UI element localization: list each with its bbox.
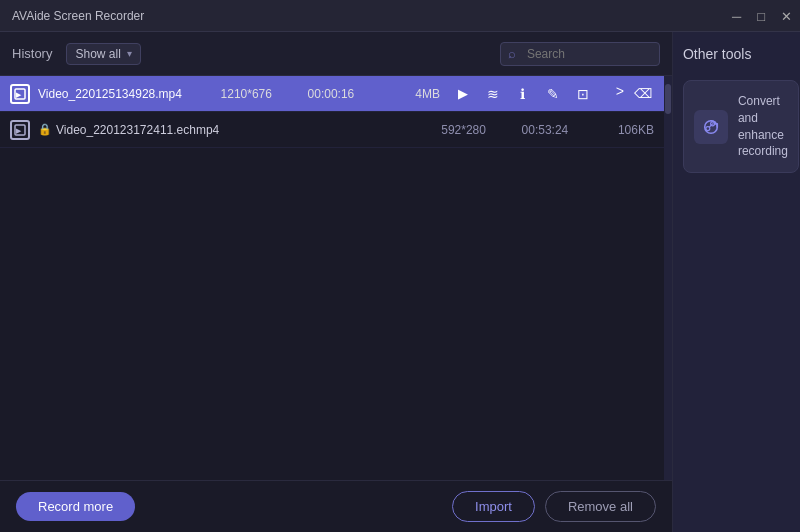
minimize-button[interactable]: ─ [732,9,741,22]
file-type-icon: ▶ [10,120,30,140]
right-panel: Other tools Convert and enhance recordin… [672,32,800,532]
edit-action-icon[interactable]: ✎ [542,83,564,105]
row-actions: ▶ ≋ ℹ ✎ ⊡ < ⌫ [452,83,654,105]
info-action-icon[interactable]: ℹ [512,83,534,105]
title-bar: AVAide Screen Recorder ─ □ ✕ [0,0,800,32]
file-duration: 00:00:16 [296,87,366,101]
table-row[interactable]: ▶ Video_220125134928.mp4 1210*676 00:00:… [0,76,664,112]
svg-text:▶: ▶ [16,127,22,134]
file-duration: 00:53:24 [510,123,580,137]
delete-action-icon[interactable]: ⌫ [632,83,654,105]
filter-dropdown[interactable]: Show all ▾ [66,43,140,65]
file-name: Video_220123172411.echmp4 [56,123,396,137]
scrollbar[interactable] [664,76,672,480]
app-title: AVAide Screen Recorder [12,9,144,23]
file-resolution: 1210*676 [202,87,272,101]
import-button[interactable]: Import [452,491,535,522]
file-list: ▶ Video_220125134928.mp4 1210*676 00:00:… [0,76,664,480]
left-panel: History Show all ▾ ⌕ ▶ Video_22012513492… [0,32,672,532]
file-meta: 1210*676 00:00:16 4MB [202,87,440,101]
table-row[interactable]: ▶ 🔒 Video_220123172411.echmp4 592*280 00… [0,112,664,148]
convert-enhance-icon-wrap [694,110,728,144]
convert-enhance-label: Convert and enhance recording [738,93,788,160]
filter-value: Show all [75,47,120,61]
scrollbar-thumb[interactable] [665,84,671,114]
window-controls: ─ □ ✕ [732,9,792,22]
file-meta: 592*280 00:53:24 106KB [416,123,654,137]
file-size: 4MB [390,87,440,101]
convert-enhance-icon [700,116,722,138]
search-input[interactable] [500,42,660,66]
search-icon: ⌕ [508,46,516,61]
chevron-down-icon: ▾ [127,48,132,59]
history-label: History [12,46,52,61]
waveform-action-icon[interactable]: ≋ [482,83,504,105]
search-wrapper: ⌕ [500,42,660,66]
file-resolution: 592*280 [416,123,486,137]
maximize-button[interactable]: □ [757,9,765,22]
close-button[interactable]: ✕ [781,9,792,22]
other-tools-title: Other tools [683,46,799,62]
remove-all-button[interactable]: Remove all [545,491,656,522]
file-type-icon: ▶ [10,84,30,104]
file-name: Video_220125134928.mp4 [38,87,182,101]
toolbar: History Show all ▾ ⌕ [0,32,672,76]
main-container: History Show all ▾ ⌕ ▶ Video_22012513492… [0,32,800,532]
share-action-icon[interactable]: < [602,83,624,105]
play-action-icon[interactable]: ▶ [452,83,474,105]
footer: Record more Import Remove all [0,480,672,532]
svg-text:▶: ▶ [16,91,22,98]
lock-icon: 🔒 [38,123,52,136]
record-more-button[interactable]: Record more [16,492,135,521]
convert-enhance-card[interactable]: Convert and enhance recording [683,80,799,173]
file-size: 106KB [604,123,654,137]
folder-action-icon[interactable]: ⊡ [572,83,594,105]
